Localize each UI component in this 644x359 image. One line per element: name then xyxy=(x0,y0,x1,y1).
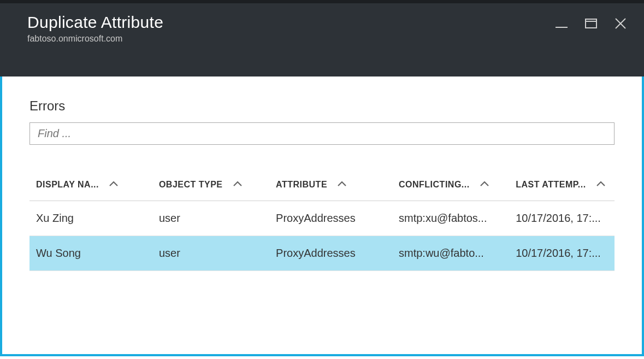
chevron-up-icon xyxy=(596,180,606,190)
chevron-up-icon xyxy=(233,180,243,190)
window-controls xyxy=(554,16,628,33)
table-row[interactable]: Xu Zing user ProxyAddresses smtp:xu@fabt… xyxy=(29,201,615,236)
chevron-up-icon xyxy=(109,180,119,190)
cell-attribute: ProxyAddresses xyxy=(269,201,392,236)
cell-display-name: Wu Song xyxy=(29,236,152,271)
cell-last-attempt: 10/17/2016, 17:... xyxy=(509,201,615,236)
search-input[interactable] xyxy=(38,127,606,140)
page-title: Duplicate Attribute xyxy=(27,13,617,32)
search-wrapper xyxy=(29,122,615,145)
column-header-last-attempt[interactable]: LAST ATTEMP... xyxy=(509,172,615,201)
column-header-display-name[interactable]: DISPLAY NA... xyxy=(29,172,152,201)
cell-attribute: ProxyAddresses xyxy=(269,236,392,271)
header: Duplicate Attribute fabtoso.onmicrosoft.… xyxy=(0,3,644,76)
column-label: CONFLICTING... xyxy=(399,180,470,190)
maximize-icon[interactable] xyxy=(584,16,598,33)
cell-object-type: user xyxy=(152,201,269,236)
cell-object-type: user xyxy=(152,236,269,271)
chevron-up-icon xyxy=(480,180,489,190)
errors-table: DISPLAY NA... OBJECT TYPE xyxy=(29,172,615,271)
cell-conflicting: smtp:wu@fabto... xyxy=(392,236,509,271)
column-label: OBJECT TYPE xyxy=(159,180,223,190)
minimize-icon[interactable] xyxy=(554,16,569,33)
cell-display-name: Xu Zing xyxy=(29,201,152,236)
column-label: ATTRIBUTE xyxy=(276,180,327,190)
svg-rect-1 xyxy=(586,19,596,28)
column-label: LAST ATTEMP... xyxy=(516,180,586,190)
section-title: Errors xyxy=(29,98,615,114)
cell-last-attempt: 10/17/2016, 17:... xyxy=(509,236,615,271)
column-header-object-type[interactable]: OBJECT TYPE xyxy=(152,172,269,201)
column-header-conflicting[interactable]: CONFLICTING... xyxy=(392,172,509,201)
table-row[interactable]: Wu Song user ProxyAddresses smtp:wu@fabt… xyxy=(29,236,615,271)
content: Errors DISPLAY NA... xyxy=(2,76,642,282)
column-header-attribute[interactable]: ATTRIBUTE xyxy=(269,172,392,201)
page-subtitle: fabtoso.onmicrosoft.com xyxy=(27,34,617,44)
chevron-up-icon xyxy=(337,180,347,190)
close-icon[interactable] xyxy=(613,16,628,33)
content-wrapper: Errors DISPLAY NA... xyxy=(0,76,644,356)
column-label: DISPLAY NA... xyxy=(36,180,99,190)
table-header-row: DISPLAY NA... OBJECT TYPE xyxy=(29,172,615,201)
cell-conflicting: smtp:xu@fabtos... xyxy=(392,201,509,236)
